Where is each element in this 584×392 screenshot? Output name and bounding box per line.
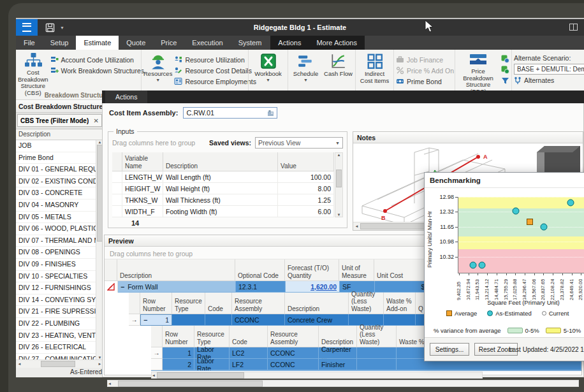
- cbs-button[interactable]: Cost Breakdown Structure (CBS): [18, 52, 48, 91]
- scroll-up-icon[interactable]: ▲: [98, 140, 102, 144]
- level2-cell[interactable]: CCONC: [268, 347, 319, 359]
- cbs-tree-row[interactable]: DIV 21 - FIRE SUPRESSION: [16, 306, 96, 318]
- cbs-tree-row[interactable]: JOB: [16, 140, 96, 152]
- cbs-tree-row[interactable]: DIV 04 - MASONRY: [16, 200, 96, 212]
- menu-actions[interactable]: Actions: [270, 36, 309, 50]
- level1-description-cell[interactable]: Concrete Crew: [285, 314, 349, 326]
- level1-col-resource-type[interactable]: Resource Type: [172, 293, 205, 314]
- level2-cell[interactable]: LF2: [230, 359, 268, 370]
- cbs-tree-row[interactable]: DIV 06 - WOOD, PLASTICS a...: [16, 223, 96, 235]
- menu-setup[interactable]: Setup: [43, 36, 77, 50]
- inputs-row-selector[interactable]: [112, 183, 122, 194]
- cbs-tree-row[interactable]: DIV 12 - FURNISHINGS: [16, 282, 96, 294]
- cbs-tree-row[interactable]: DIV 22 - PLUMBING: [16, 318, 96, 330]
- level1-resource-assembly-cell[interactable]: CCONC: [232, 314, 285, 326]
- level2-col-row-number[interactable]: Row Number: [163, 326, 194, 347]
- cbs-description-column-header[interactable]: Description: [16, 129, 103, 140]
- scroll-left-icon[interactable]: ◄: [108, 382, 112, 386]
- pbs-button[interactable]: Price Breakdown Structure (PBS): [457, 52, 499, 91]
- close-icon[interactable]: ✕: [94, 117, 99, 124]
- inputs-data-row[interactable]: WIDTH_FFooting Width (ft)6.00: [112, 206, 343, 217]
- resource-cost-details-button[interactable]: Resource Cost Details: [174, 66, 256, 75]
- scroll-left-icon[interactable]: ◄: [152, 374, 156, 377]
- scroll-up-icon[interactable]: ▲: [337, 153, 341, 157]
- menu-system[interactable]: System: [231, 36, 270, 50]
- level2-quantity-cell[interactable]: [357, 347, 397, 359]
- level2-col-resource-assembly[interactable]: Resource Assembly: [268, 326, 319, 347]
- cbs-tree-row[interactable]: DIV 01 - GENERAL REQUIRE...: [16, 164, 96, 176]
- cbs-tree-row[interactable]: DIV 05 - METALS: [16, 212, 96, 224]
- work-breakdown-structures-button[interactable]: Work Breakdown Structures: [50, 66, 145, 75]
- collapse-icon[interactable]: −: [120, 283, 124, 291]
- level2-col-description[interactable]: Description: [319, 326, 357, 347]
- menu-estimate[interactable]: Estimate: [76, 36, 119, 50]
- prime-bond-button[interactable]: Prime Bond: [396, 76, 454, 86]
- level1-col-description[interactable]: Description: [285, 293, 349, 314]
- menu-more-actions[interactable]: More Actions: [309, 36, 365, 50]
- level1-code-cell[interactable]: [205, 314, 232, 326]
- level1-col-quantity[interactable]: Quantity (Less Waste): [349, 293, 384, 314]
- save-button[interactable]: [45, 23, 55, 33]
- scroll-left-icon[interactable]: ◄: [353, 224, 360, 228]
- cbs-tree-row[interactable]: Prime Bond: [16, 152, 96, 164]
- cbs-horizontal-scrollbar[interactable]: ◄ ►: [16, 359, 103, 368]
- level2-cell[interactable]: Finisher: [319, 359, 357, 370]
- level2-cell[interactable]: 1: [163, 347, 194, 359]
- inputs-description-cell[interactable]: Wall Thickness (ft): [163, 194, 278, 206]
- cbs-tree-row[interactable]: DIV 14 - CONVEYING SYSTEMS: [16, 294, 96, 307]
- cbs-tree-row[interactable]: DIV 09 - FINISHES: [16, 259, 96, 271]
- preview-col-optional-code[interactable]: Optional Code: [235, 259, 285, 281]
- preview-hscroll-thumb[interactable]: [118, 381, 263, 387]
- resources-button[interactable]: Resources ▼: [143, 52, 172, 91]
- level2-cell[interactable]: 2: [163, 359, 194, 370]
- inputs-value-cell[interactable]: 100.00: [278, 171, 334, 183]
- cbs-tree-row[interactable]: DIV 10 - SPECIALTIES: [16, 271, 96, 283]
- inputs-value-cell[interactable]: 6.00: [278, 206, 334, 217]
- cbs-tree-row[interactable]: DIV-27 - COMMUNICATIONS: [16, 354, 96, 359]
- cbs-tree-row[interactable]: DIV 08 - OPENINGS: [16, 247, 96, 259]
- indirect-cost-items-button[interactable]: Indirect Cost Items: [358, 52, 391, 91]
- menu-price[interactable]: Price: [153, 36, 184, 50]
- level2-col-code[interactable]: Code: [230, 326, 268, 347]
- cbs-tree-row[interactable]: DIV 02 - EXISTING CONDITI...: [16, 176, 96, 188]
- actions-tab[interactable]: Actions: [105, 91, 147, 103]
- level2-col-quantity[interactable]: Quantity (Less Waste): [357, 326, 397, 347]
- settings-button[interactable]: Settings...: [430, 343, 469, 356]
- save-dropdown-caret[interactable]: ▼: [60, 25, 64, 30]
- cbs-tree-row[interactable]: DIV 07 - THERMAL AND MOI...: [16, 235, 96, 247]
- level2-quantity-cell[interactable]: [357, 359, 397, 370]
- level2-col-resource-type[interactable]: Resource Type: [194, 326, 230, 347]
- cbs-tree-row[interactable]: DIV 26 - ELECTRICAL: [16, 342, 96, 354]
- inputs-row-selector[interactable]: [112, 206, 122, 217]
- level2-horizontal-scrollbar[interactable]: ◄: [151, 372, 483, 379]
- level1-col-code[interactable]: Code: [205, 293, 232, 314]
- menu-quote[interactable]: Quote: [119, 36, 153, 50]
- cash-flow-button[interactable]: Cash Flow: [323, 52, 353, 91]
- hamburger-menu-button[interactable]: [16, 19, 38, 36]
- inputs-variable-name-cell[interactable]: HEIGHT_W: [122, 183, 163, 194]
- inputs-data-row[interactable]: LENGTH_WWall Length (ft)100.00: [112, 171, 343, 183]
- resource-employments-button[interactable]: Resource Employments: [174, 76, 256, 86]
- level2-hscroll-thumb[interactable]: [157, 372, 244, 379]
- benchmark-chart-plot[interactable]: [458, 197, 584, 273]
- inputs-description-cell[interactable]: Footing Width (ft): [163, 206, 278, 217]
- window-layout-icon[interactable]: [569, 24, 578, 31]
- inputs-vscroll-thumb[interactable]: [336, 170, 342, 187]
- inputs-col-value[interactable]: Value: [278, 152, 334, 171]
- level1-col-resource-assembly[interactable]: Resource Assembly: [232, 293, 285, 314]
- scroll-down-icon[interactable]: ▼: [337, 213, 341, 217]
- schedule-button[interactable]: Schedule ▼: [290, 52, 321, 91]
- level2-cell[interactable]: Carpenter ...: [319, 347, 357, 359]
- inputs-col-description[interactable]: Description: [163, 152, 278, 171]
- level2-cell[interactable]: CCONC: [268, 359, 319, 370]
- assembly-lookup-icon[interactable]: [267, 110, 274, 117]
- preview-col-uom[interactable]: Unit of Measure: [339, 259, 374, 281]
- form-wall-description-cell[interactable]: − Form Wall: [118, 281, 236, 293]
- alternate-scenario-select[interactable]: BASE + DEMUTIL: Dem... ▼: [514, 64, 584, 75]
- inputs-variable-name-cell[interactable]: LENGTH_W: [122, 171, 163, 183]
- preview-col-description[interactable]: Description: [117, 259, 235, 281]
- inputs-description-cell[interactable]: Wall Length (ft): [163, 171, 278, 183]
- cbs-tree-tab[interactable]: CBS Tree (Filter Mode) ✕: [17, 114, 102, 127]
- level1-row-number-cell[interactable]: − 1: [140, 314, 172, 326]
- assembly-field[interactable]: C.RW.01: [183, 107, 277, 119]
